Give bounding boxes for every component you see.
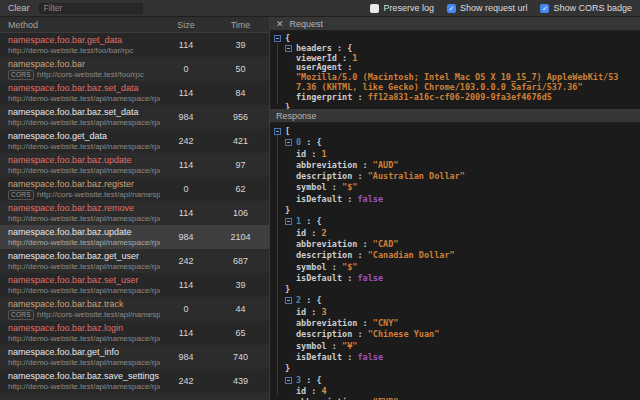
table-row[interactable]: namespace.foo.bar.baz.set_datahttp://dem… [0,81,269,105]
json-token: "Canadian Dollar" [368,250,455,260]
json-token: { [285,33,290,43]
preserve-log-checkbox[interactable]: Preserve log [370,3,434,13]
checkbox-label: Preserve log [383,3,434,13]
collapse-toggle-icon[interactable] [285,218,292,225]
json-line: } [270,363,640,374]
filter-input[interactable] [39,3,143,14]
json-token: : { [301,216,321,226]
table-row[interactable]: namespace.foo.bar.baz.save_settingshttp:… [0,369,269,393]
table-row[interactable]: namespace.foo.bar.baz.removehttp://demo-… [0,201,269,225]
time-value: 39 [212,280,269,290]
request-url: http://demo-website.test/api/namespace/r… [8,286,160,296]
column-header-method[interactable]: Method [0,20,160,30]
show-request-url-checkbox[interactable]: ✓ Show request url [447,3,528,13]
table-row[interactable]: namespace.foo.barCORShttp://cors-website… [0,57,269,81]
size-value: 242 [160,376,212,386]
clear-button[interactable]: Clear [8,3,30,13]
request-url: http://demo-website.test/api/namespace/r… [8,118,160,128]
method-cell: namespace.foo.bar.baz.set_datahttp://dem… [0,83,160,104]
json-token: symbol [296,182,327,192]
json-line: isDefault : false [270,352,640,363]
json-token: : { [301,375,321,385]
json-token: } [285,102,290,109]
json-token: : [327,262,342,272]
collapse-toggle-icon[interactable] [274,35,281,42]
time-value: 740 [212,352,269,362]
table-row[interactable]: namespace.foo.bar.baz.set_userhttp://dem… [0,273,269,297]
json-token: : { [301,137,321,147]
table-row[interactable]: namespace.foo.bar.baz.loginhttp://demo-w… [0,321,269,345]
json-token: "AUD" [373,160,399,170]
json-token: description [296,250,352,260]
json-token: fingerprint [296,92,352,102]
json-token: 3 [322,307,327,317]
json-line: id : 2 [270,228,640,239]
table-row[interactable]: namespace.foo.bar.baz.updatehttp://demo-… [0,225,269,249]
request-url: http://demo-website.test/api/namespace/r… [8,358,160,368]
request-url: http://demo-website.test/api/namespace/r… [8,262,160,272]
method-name: namespace.foo.bar.baz.set_data [8,107,160,118]
json-token: userAgent [296,62,342,72]
collapse-toggle-icon[interactable] [285,377,292,384]
time-value: 44 [212,304,269,314]
json-line: id : 1 [270,149,640,160]
json-token: id [296,307,306,317]
response-panel-header: Response [270,109,640,123]
method-name: namespace.foo.bar.get_data [8,35,160,46]
time-value: 956 [212,112,269,122]
table-row[interactable]: namespace.foo.bar.baz.updatehttp://demo-… [0,153,269,177]
method-cell: namespace.foo.bar.baz.set_userhttp://dem… [0,275,160,296]
table-row[interactable]: namespace.foo.bar.baz.get_userhttp://dem… [0,249,269,273]
column-header-time[interactable]: Time [212,20,269,30]
json-line: description : "Chinese Yuan" [270,329,640,340]
json-token: : [342,62,352,72]
method-cell: namespace.foo.bar.baz.set_datahttp://dem… [0,107,160,128]
json-token: isDefault [296,352,342,362]
json-token: : { [332,43,352,53]
request-url-text: http://demo-website.test/api/namespace/r… [8,262,160,272]
json-token: description [296,329,352,339]
request-url: http://demo-website.test/api/namespace/r… [8,238,160,248]
method-cell: namespace.foo.bar.baz.updatehttp://demo-… [0,155,160,176]
size-value: 114 [160,160,212,170]
collapse-toggle-icon[interactable] [285,139,292,146]
table-row[interactable]: namespace.foo.get_datahttp://demo-websit… [0,129,269,153]
json-line: isDefault : false [270,194,640,205]
request-panel-title: Request [290,19,324,29]
column-header-size[interactable]: Size [160,20,212,30]
method-name: namespace.foo.bar.get_info [8,347,160,358]
method-name: namespace.foo.bar.baz.update [8,227,160,238]
checkbox-icon[interactable]: ✓ [447,4,456,13]
time-value: 62 [212,184,269,194]
request-url-text: http://demo-website.test/api/namespace/r… [8,334,160,344]
table-row[interactable]: namespace.foo.bar.get_infohttp://demo-we… [0,345,269,369]
collapse-toggle-icon[interactable] [285,297,292,304]
json-line: 2 : { [270,295,640,306]
collapse-toggle-icon[interactable] [285,45,292,52]
checkbox-icon[interactable] [370,4,379,13]
table-row[interactable]: namespace.foo.bar.get_datahttp://demo-we… [0,33,269,57]
table-row[interactable]: namespace.foo.bar.register11460 [0,393,269,400]
json-token: : [357,239,372,249]
json-line: isDefault : false [270,273,640,284]
method-name: namespace.foo.bar.baz.save_settings [8,371,160,382]
json-token: "$" [342,182,357,192]
checkbox-icon[interactable]: ✓ [540,4,549,13]
method-cell: namespace.foo.bar.baz.updatehttp://demo-… [0,227,160,248]
close-icon[interactable]: ✕ [276,17,284,31]
request-url: http://demo-website.test/foo/bar/rpc [8,46,160,56]
table-row[interactable]: namespace.foo.bar.baz.trackCORShttp://co… [0,297,269,321]
json-token: isDefault [296,273,342,283]
collapse-toggle-icon[interactable] [274,128,281,135]
time-value: 421 [212,136,269,146]
json-token: false [357,352,383,362]
json-token: : [352,329,367,339]
json-token: : [342,352,357,362]
table-row[interactable]: namespace.foo.bar.baz.registerCORShttp:/… [0,177,269,201]
json-token: : [342,194,357,204]
show-cors-badge-checkbox[interactable]: ✓ Show CORS badge [540,3,632,13]
request-url-text: http://demo-website.test/api/namespace/r… [8,286,160,296]
json-token: false [357,273,383,283]
json-token: : [352,171,367,181]
table-row[interactable]: namespace.foo.bar.baz.set_datahttp://dem… [0,105,269,129]
